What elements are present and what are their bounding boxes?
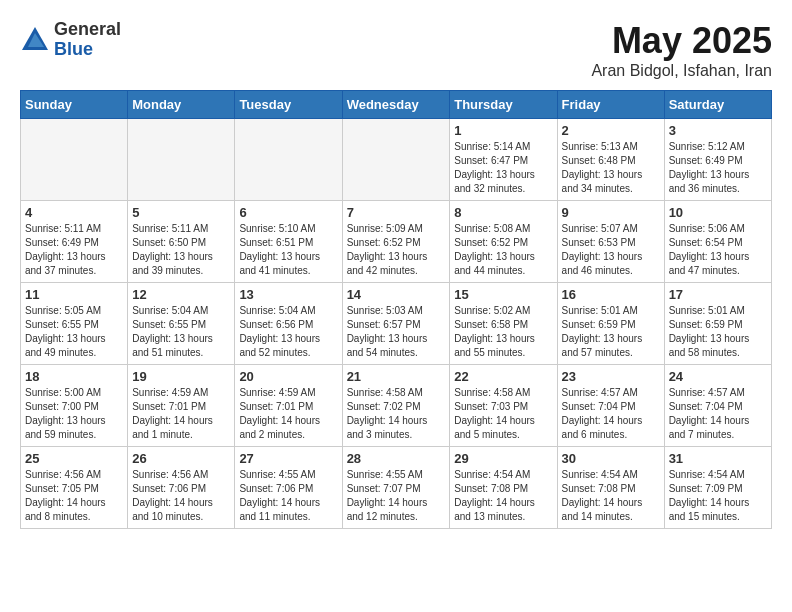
calendar-location: Aran Bidgol, Isfahan, Iran (591, 62, 772, 80)
calendar-cell: 27Sunrise: 4:55 AM Sunset: 7:06 PM Dayli… (235, 447, 342, 529)
weekday-header-saturday: Saturday (664, 91, 771, 119)
day-number: 11 (25, 287, 123, 302)
day-info: Sunrise: 4:58 AM Sunset: 7:03 PM Dayligh… (454, 386, 552, 442)
weekday-header-sunday: Sunday (21, 91, 128, 119)
calendar-cell: 8Sunrise: 5:08 AM Sunset: 6:52 PM Daylig… (450, 201, 557, 283)
weekday-header-friday: Friday (557, 91, 664, 119)
calendar-cell: 16Sunrise: 5:01 AM Sunset: 6:59 PM Dayli… (557, 283, 664, 365)
day-info: Sunrise: 4:56 AM Sunset: 7:06 PM Dayligh… (132, 468, 230, 524)
calendar-cell: 6Sunrise: 5:10 AM Sunset: 6:51 PM Daylig… (235, 201, 342, 283)
day-info: Sunrise: 5:00 AM Sunset: 7:00 PM Dayligh… (25, 386, 123, 442)
title-block: May 2025 Aran Bidgol, Isfahan, Iran (591, 20, 772, 80)
calendar-cell: 2Sunrise: 5:13 AM Sunset: 6:48 PM Daylig… (557, 119, 664, 201)
day-info: Sunrise: 4:59 AM Sunset: 7:01 PM Dayligh… (239, 386, 337, 442)
day-number: 31 (669, 451, 767, 466)
logo-general-text: General (54, 20, 121, 40)
calendar-cell: 9Sunrise: 5:07 AM Sunset: 6:53 PM Daylig… (557, 201, 664, 283)
day-number: 1 (454, 123, 552, 138)
day-info: Sunrise: 4:54 AM Sunset: 7:08 PM Dayligh… (454, 468, 552, 524)
calendar-cell: 5Sunrise: 5:11 AM Sunset: 6:50 PM Daylig… (128, 201, 235, 283)
calendar-cell: 20Sunrise: 4:59 AM Sunset: 7:01 PM Dayli… (235, 365, 342, 447)
day-info: Sunrise: 5:02 AM Sunset: 6:58 PM Dayligh… (454, 304, 552, 360)
day-info: Sunrise: 4:56 AM Sunset: 7:05 PM Dayligh… (25, 468, 123, 524)
calendar-cell: 11Sunrise: 5:05 AM Sunset: 6:55 PM Dayli… (21, 283, 128, 365)
weekday-header-row: SundayMondayTuesdayWednesdayThursdayFrid… (21, 91, 772, 119)
day-number: 28 (347, 451, 446, 466)
day-number: 9 (562, 205, 660, 220)
day-info: Sunrise: 5:13 AM Sunset: 6:48 PM Dayligh… (562, 140, 660, 196)
calendar-cell: 13Sunrise: 5:04 AM Sunset: 6:56 PM Dayli… (235, 283, 342, 365)
day-info: Sunrise: 4:55 AM Sunset: 7:07 PM Dayligh… (347, 468, 446, 524)
day-info: Sunrise: 4:54 AM Sunset: 7:08 PM Dayligh… (562, 468, 660, 524)
day-number: 7 (347, 205, 446, 220)
calendar-cell: 24Sunrise: 4:57 AM Sunset: 7:04 PM Dayli… (664, 365, 771, 447)
day-number: 29 (454, 451, 552, 466)
day-info: Sunrise: 5:10 AM Sunset: 6:51 PM Dayligh… (239, 222, 337, 278)
day-number: 13 (239, 287, 337, 302)
day-number: 2 (562, 123, 660, 138)
day-number: 20 (239, 369, 337, 384)
calendar-cell: 26Sunrise: 4:56 AM Sunset: 7:06 PM Dayli… (128, 447, 235, 529)
day-info: Sunrise: 5:03 AM Sunset: 6:57 PM Dayligh… (347, 304, 446, 360)
logo-text: General Blue (54, 20, 121, 60)
day-info: Sunrise: 5:11 AM Sunset: 6:49 PM Dayligh… (25, 222, 123, 278)
logo-icon (20, 25, 50, 55)
day-number: 10 (669, 205, 767, 220)
day-info: Sunrise: 5:01 AM Sunset: 6:59 PM Dayligh… (669, 304, 767, 360)
calendar-cell (21, 119, 128, 201)
calendar-cell: 14Sunrise: 5:03 AM Sunset: 6:57 PM Dayli… (342, 283, 450, 365)
day-info: Sunrise: 5:07 AM Sunset: 6:53 PM Dayligh… (562, 222, 660, 278)
calendar-cell (342, 119, 450, 201)
day-info: Sunrise: 4:57 AM Sunset: 7:04 PM Dayligh… (562, 386, 660, 442)
calendar-cell: 23Sunrise: 4:57 AM Sunset: 7:04 PM Dayli… (557, 365, 664, 447)
calendar-cell: 28Sunrise: 4:55 AM Sunset: 7:07 PM Dayli… (342, 447, 450, 529)
day-number: 3 (669, 123, 767, 138)
day-info: Sunrise: 5:06 AM Sunset: 6:54 PM Dayligh… (669, 222, 767, 278)
day-number: 23 (562, 369, 660, 384)
day-number: 14 (347, 287, 446, 302)
day-number: 18 (25, 369, 123, 384)
calendar-cell: 30Sunrise: 4:54 AM Sunset: 7:08 PM Dayli… (557, 447, 664, 529)
calendar-cell: 7Sunrise: 5:09 AM Sunset: 6:52 PM Daylig… (342, 201, 450, 283)
calendar-cell: 18Sunrise: 5:00 AM Sunset: 7:00 PM Dayli… (21, 365, 128, 447)
calendar-cell: 21Sunrise: 4:58 AM Sunset: 7:02 PM Dayli… (342, 365, 450, 447)
calendar-week-4: 18Sunrise: 5:00 AM Sunset: 7:00 PM Dayli… (21, 365, 772, 447)
calendar-cell: 17Sunrise: 5:01 AM Sunset: 6:59 PM Dayli… (664, 283, 771, 365)
day-number: 4 (25, 205, 123, 220)
day-info: Sunrise: 4:54 AM Sunset: 7:09 PM Dayligh… (669, 468, 767, 524)
day-info: Sunrise: 5:08 AM Sunset: 6:52 PM Dayligh… (454, 222, 552, 278)
calendar-cell: 1Sunrise: 5:14 AM Sunset: 6:47 PM Daylig… (450, 119, 557, 201)
day-number: 30 (562, 451, 660, 466)
weekday-header-monday: Monday (128, 91, 235, 119)
calendar-title: May 2025 (591, 20, 772, 62)
logo: General Blue (20, 20, 121, 60)
day-info: Sunrise: 4:57 AM Sunset: 7:04 PM Dayligh… (669, 386, 767, 442)
calendar-cell: 29Sunrise: 4:54 AM Sunset: 7:08 PM Dayli… (450, 447, 557, 529)
day-info: Sunrise: 5:09 AM Sunset: 6:52 PM Dayligh… (347, 222, 446, 278)
calendar-week-2: 4Sunrise: 5:11 AM Sunset: 6:49 PM Daylig… (21, 201, 772, 283)
calendar-week-5: 25Sunrise: 4:56 AM Sunset: 7:05 PM Dayli… (21, 447, 772, 529)
page-header: General Blue May 2025 Aran Bidgol, Isfah… (20, 20, 772, 80)
calendar-week-3: 11Sunrise: 5:05 AM Sunset: 6:55 PM Dayli… (21, 283, 772, 365)
calendar-cell: 15Sunrise: 5:02 AM Sunset: 6:58 PM Dayli… (450, 283, 557, 365)
calendar-cell: 31Sunrise: 4:54 AM Sunset: 7:09 PM Dayli… (664, 447, 771, 529)
day-number: 16 (562, 287, 660, 302)
day-number: 17 (669, 287, 767, 302)
day-info: Sunrise: 5:04 AM Sunset: 6:56 PM Dayligh… (239, 304, 337, 360)
day-number: 15 (454, 287, 552, 302)
day-info: Sunrise: 4:58 AM Sunset: 7:02 PM Dayligh… (347, 386, 446, 442)
day-info: Sunrise: 5:05 AM Sunset: 6:55 PM Dayligh… (25, 304, 123, 360)
calendar-table: SundayMondayTuesdayWednesdayThursdayFrid… (20, 90, 772, 529)
calendar-cell: 4Sunrise: 5:11 AM Sunset: 6:49 PM Daylig… (21, 201, 128, 283)
day-number: 12 (132, 287, 230, 302)
day-info: Sunrise: 5:11 AM Sunset: 6:50 PM Dayligh… (132, 222, 230, 278)
day-info: Sunrise: 5:12 AM Sunset: 6:49 PM Dayligh… (669, 140, 767, 196)
day-number: 6 (239, 205, 337, 220)
day-number: 21 (347, 369, 446, 384)
day-number: 25 (25, 451, 123, 466)
logo-blue-text: Blue (54, 40, 121, 60)
day-info: Sunrise: 4:59 AM Sunset: 7:01 PM Dayligh… (132, 386, 230, 442)
weekday-header-thursday: Thursday (450, 91, 557, 119)
day-number: 27 (239, 451, 337, 466)
day-info: Sunrise: 4:55 AM Sunset: 7:06 PM Dayligh… (239, 468, 337, 524)
